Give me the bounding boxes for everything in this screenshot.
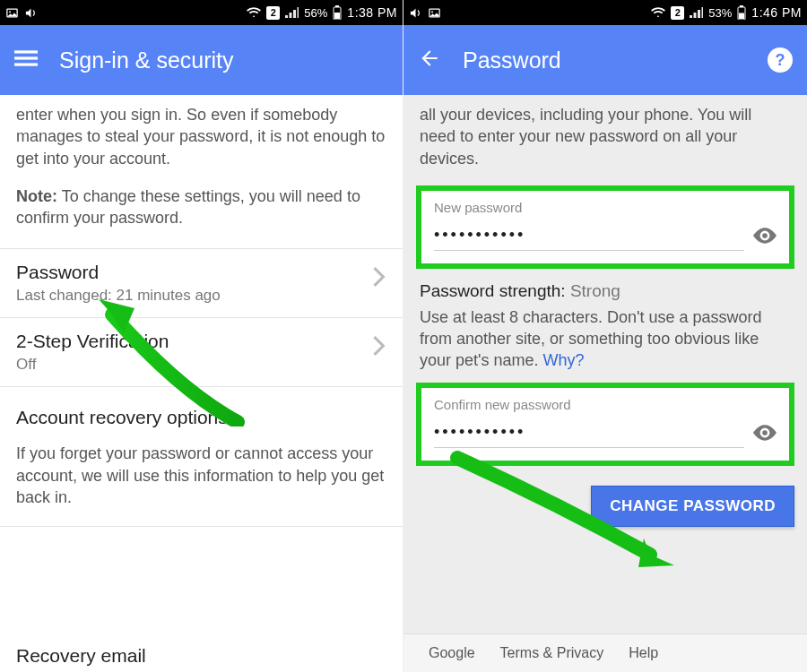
recovery-text: If you forget your password or cannot ac… xyxy=(0,443,403,526)
app-bar: Sign-in & security xyxy=(0,25,403,95)
strength-label: Password strength: xyxy=(420,281,566,300)
confirm-password-box: Confirm new password xyxy=(416,383,794,466)
volume-icon xyxy=(24,6,38,20)
sim-badge: 2 xyxy=(266,6,280,20)
chevron-right-icon xyxy=(372,331,386,359)
footer-link-google[interactable]: Google xyxy=(429,645,475,661)
note-label: Note: xyxy=(16,187,57,205)
sim-badge: 2 xyxy=(671,6,684,20)
intro-paragraph: enter when you sign in. So even if someb… xyxy=(0,104,403,169)
svg-point-14 xyxy=(762,430,768,435)
image-icon xyxy=(428,6,441,20)
help-icon[interactable]: ? xyxy=(768,47,793,73)
why-link[interactable]: Why? xyxy=(543,351,585,369)
chevron-right-icon xyxy=(372,262,386,290)
content-right: all your devices, including your phone. … xyxy=(404,95,807,672)
status-bar: 2 56% 1:38 PM xyxy=(0,0,403,25)
svg-rect-4 xyxy=(334,13,340,19)
note-text: To change these settings, you will need … xyxy=(16,187,360,227)
status-bar: 2 53% 1:46 PM xyxy=(404,0,807,25)
row-subtitle: Last changed: 21 minutes ago xyxy=(16,287,372,305)
battery-icon xyxy=(333,5,342,20)
change-password-button[interactable]: CHANGE PASSWORD xyxy=(591,486,794,527)
signal-icon xyxy=(690,6,703,19)
row-recovery-email[interactable]: Recovery email xyxy=(16,645,146,667)
row-password[interactable]: Password Last changed: 21 minutes ago xyxy=(0,249,403,317)
eye-icon[interactable] xyxy=(753,227,777,248)
advice-text: Use at least 8 characters. Don't use a p… xyxy=(420,308,762,370)
signal-icon xyxy=(285,6,299,19)
row-title: 2-Step Verification xyxy=(16,331,372,352)
section-title-recovery: Account recovery options xyxy=(0,387,403,443)
svg-rect-11 xyxy=(740,5,743,7)
eye-icon[interactable] xyxy=(753,424,777,445)
volume-icon xyxy=(409,6,422,20)
page-title: Sign-in & security xyxy=(59,47,234,73)
footer: Google Terms & Privacy Help xyxy=(404,633,807,672)
svg-point-9 xyxy=(431,11,433,13)
content-left: enter when you sign in. So even if someb… xyxy=(0,95,403,672)
strength-value: Strong xyxy=(570,281,620,300)
page-title: Password xyxy=(463,47,561,73)
battery-percent: 56% xyxy=(304,6,327,20)
confirm-password-input[interactable] xyxy=(434,421,744,448)
svg-rect-6 xyxy=(14,56,38,59)
new-password-box: New password xyxy=(416,185,794,269)
clock: 1:38 PM xyxy=(347,5,397,20)
password-strength: Password strength: Strong xyxy=(404,269,807,303)
lead-paragraph: all your devices, including your phone. … xyxy=(404,95,807,185)
svg-point-13 xyxy=(762,233,768,238)
field-label: Confirm new password xyxy=(434,397,777,412)
row-title: Password xyxy=(16,262,372,283)
phone-left: 2 56% 1:38 PM Sign-in & security enter w… xyxy=(0,0,404,672)
svg-rect-12 xyxy=(739,13,744,20)
row-subtitle: Off xyxy=(16,356,372,374)
divider xyxy=(0,526,403,527)
battery-percent: 53% xyxy=(708,6,732,20)
new-password-input[interactable] xyxy=(434,224,744,251)
back-icon[interactable] xyxy=(418,47,441,73)
field-label: New password xyxy=(434,200,777,215)
row-two-step[interactable]: 2-Step Verification Off xyxy=(0,318,403,386)
svg-point-1 xyxy=(9,11,11,13)
footer-link-terms[interactable]: Terms & Privacy xyxy=(500,645,604,661)
image-icon xyxy=(5,6,19,20)
app-bar: Password ? xyxy=(404,25,807,95)
footer-link-help[interactable]: Help xyxy=(629,645,658,661)
menu-icon[interactable] xyxy=(14,47,38,73)
svg-rect-3 xyxy=(335,5,339,7)
battery-icon xyxy=(737,5,746,20)
password-advice: Use at least 8 characters. Don't use a p… xyxy=(404,303,807,383)
note-paragraph: Note: To change these settings, you will… xyxy=(0,169,403,249)
wifi-icon xyxy=(247,6,261,19)
svg-rect-5 xyxy=(14,50,38,53)
wifi-icon xyxy=(651,6,665,19)
phone-right: 2 53% 1:46 PM Password ? all your device… xyxy=(404,0,807,672)
svg-rect-7 xyxy=(14,63,38,65)
clock: 1:46 PM xyxy=(751,5,802,20)
